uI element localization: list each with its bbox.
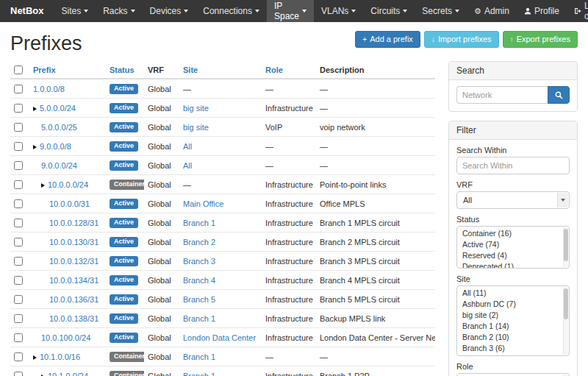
nav-item-label: Sites — [62, 6, 82, 16]
listbox-option[interactable]: Ashburn DC (7) — [457, 299, 569, 310]
row-checkbox[interactable] — [14, 142, 23, 151]
row-checkbox[interactable] — [14, 352, 23, 361]
prefix-link[interactable]: 5.0.0.0/25 — [41, 123, 77, 132]
prefix-link[interactable]: 9.0.0.0/8 — [40, 142, 71, 151]
row-checkbox[interactable] — [14, 161, 23, 170]
site-link[interactable]: Branch 1 — [183, 352, 215, 361]
logout-icon — [574, 7, 581, 15]
nav-item-vlans[interactable]: VLANs — [314, 0, 363, 22]
site-link[interactable]: All — [183, 142, 192, 151]
prefix-link[interactable]: 10.0.0.136/31 — [49, 295, 98, 304]
nav-item-connections[interactable]: Connections — [196, 0, 267, 22]
site-listbox[interactable]: All (11)Ashburn DC (7)big site (2)Branch… — [456, 285, 570, 356]
prefix-link[interactable]: 10.0.0.0/24 — [48, 180, 88, 189]
prefix-link[interactable]: 9.0.0.0/24 — [41, 161, 77, 170]
add-prefix-button[interactable]: + Add a prefix — [355, 31, 420, 48]
listbox-option[interactable]: Deprecated (1) — [457, 261, 569, 269]
site-link[interactable]: Branch 1 — [183, 219, 215, 227]
row-checkbox[interactable] — [14, 123, 23, 132]
prefix-link[interactable]: 10.0.0.132/31 — [49, 257, 98, 266]
export-prefixes-button[interactable]: ↑ Export prefixes — [503, 31, 578, 48]
nav-item-log-out[interactable]: Log out — [567, 0, 588, 22]
row-checkbox[interactable] — [14, 85, 23, 93]
listbox-option[interactable]: big site (2) — [457, 310, 569, 321]
listbox-option[interactable]: Branch 2 (10) — [457, 332, 569, 343]
nav-item-sites[interactable]: Sites — [54, 0, 96, 22]
status-badge: Container — [110, 352, 144, 362]
nav-item-admin[interactable]: ⚙Admin — [467, 0, 517, 22]
site-link[interactable]: Branch 1 — [183, 372, 215, 376]
status-cell: Active — [106, 290, 144, 309]
row-checkbox[interactable] — [14, 333, 23, 342]
column-header-prefix[interactable]: Prefix — [29, 61, 106, 79]
listbox-option[interactable]: Branch 3 (6) — [457, 343, 569, 354]
vrf-select[interactable]: All — [456, 191, 570, 209]
listbox-option[interactable]: Container (16) — [457, 228, 569, 239]
app-logo[interactable]: NetBox — [0, 0, 54, 22]
site-link[interactable]: London Data Center — [183, 333, 256, 342]
prefix-link[interactable]: 10.1.0.0/16 — [40, 352, 80, 361]
role-listbox[interactable]: Infrastructure (25)Management (8)Private… — [456, 373, 570, 376]
prefix-link[interactable]: 10.0.0.130/31 — [49, 238, 98, 246]
prefix-cell: 10.1.0.0/24 — [29, 366, 106, 376]
scrollbar[interactable] — [563, 287, 568, 355]
site-link[interactable]: Branch 5 — [183, 295, 215, 304]
site-link[interactable]: Main Office — [183, 199, 223, 208]
scrollbar[interactable] — [563, 227, 568, 267]
row-checkbox[interactable] — [14, 238, 23, 246]
prefix-link[interactable]: 1.0.0.0/8 — [33, 85, 65, 93]
site-link[interactable]: big site — [183, 104, 209, 113]
nav-item-label: Log out — [584, 1, 588, 21]
row-checkbox[interactable] — [14, 276, 23, 285]
listbox-option[interactable]: Branch 4 (12) — [457, 354, 569, 356]
site-cell: All — [179, 156, 262, 175]
nav-item-ip-space[interactable]: IP Space — [267, 0, 314, 22]
site-link[interactable]: big site — [183, 123, 209, 132]
status-badge: Active — [110, 199, 138, 209]
status-cell: Active — [106, 156, 144, 175]
nav-item-profile[interactable]: Profile — [517, 0, 567, 22]
site-link[interactable]: Branch 2 — [183, 238, 215, 246]
nav-item-racks[interactable]: Racks — [96, 0, 142, 22]
row-checkbox[interactable] — [14, 314, 23, 323]
prefix-link[interactable]: 10.0.0.0/31 — [49, 199, 90, 208]
prefix-link[interactable]: 10.1.0.0/24 — [48, 372, 88, 376]
column-header-site[interactable]: Site — [179, 61, 262, 79]
vrf-cell: Global — [144, 233, 179, 252]
prefix-link[interactable]: 10.0.0.134/31 — [49, 276, 98, 285]
nav-item-devices[interactable]: Devices — [143, 0, 196, 22]
site-link[interactable]: All — [183, 161, 192, 170]
search-input[interactable] — [456, 86, 548, 104]
row-checkbox[interactable] — [14, 199, 23, 208]
row-checkbox[interactable] — [14, 257, 23, 266]
vrf-cell: Global — [144, 347, 179, 366]
status-listbox[interactable]: Container (16)Active (74)Reserved (4)Dep… — [456, 226, 570, 269]
site-link[interactable]: Branch 3 — [183, 257, 215, 266]
sidebar: Search Filter Search Within VRF — [448, 61, 578, 376]
prefix-link[interactable]: 10.0.0.128/31 — [49, 219, 98, 227]
select-all-checkbox[interactable] — [14, 65, 23, 74]
import-prefixes-button[interactable]: ↓ Import prefixes — [424, 31, 499, 48]
row-checkbox[interactable] — [14, 372, 23, 376]
prefix-link[interactable]: 10.0.0.138/31 — [49, 314, 98, 323]
row-checkbox[interactable] — [14, 219, 23, 227]
search-button[interactable] — [548, 86, 570, 104]
search-within-input[interactable] — [456, 157, 570, 174]
listbox-option[interactable]: Active (74) — [457, 239, 569, 250]
nav-item-secrets[interactable]: Secrets — [415, 0, 467, 22]
prefix-cell: 10.0.0.128/31 — [29, 213, 106, 233]
site-link[interactable]: Branch 4 — [183, 276, 215, 285]
nav-item-circuits[interactable]: Circuits — [363, 0, 415, 22]
row-checkbox[interactable] — [14, 180, 23, 189]
listbox-option[interactable]: All (11) — [457, 288, 569, 299]
row-checkbox[interactable] — [14, 295, 23, 304]
listbox-option[interactable]: Reserved (4) — [457, 250, 569, 261]
prefix-link[interactable]: 5.0.0.0/24 — [40, 104, 76, 113]
prefix-link[interactable]: 10.0.100.0/24 — [41, 333, 90, 342]
column-header-status[interactable]: Status — [106, 61, 144, 79]
column-header-role[interactable]: Role — [262, 61, 316, 79]
site-link[interactable]: Branch 1 — [183, 314, 215, 323]
row-checkbox[interactable] — [14, 104, 23, 113]
vrf-label: VRF — [456, 180, 570, 189]
listbox-option[interactable]: Branch 1 (14) — [457, 321, 569, 332]
